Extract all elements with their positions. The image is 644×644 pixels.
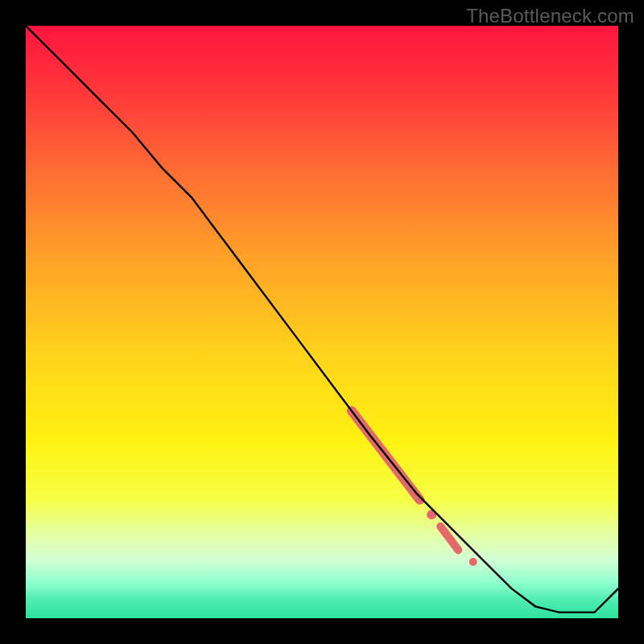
chart-frame: TheBottleneck.com (0, 0, 644, 644)
chart-svg (26, 26, 618, 618)
highlight-dot (469, 558, 477, 566)
plot-area (26, 26, 618, 618)
watermark-label: TheBottleneck.com (466, 5, 634, 27)
